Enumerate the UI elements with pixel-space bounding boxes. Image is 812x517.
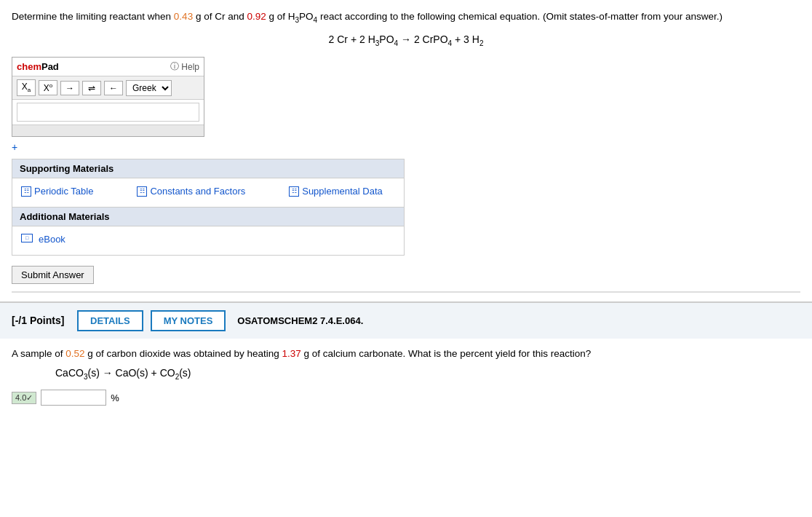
periodic-table-label: Periodic Table xyxy=(34,186,93,197)
chem-label: chem xyxy=(17,61,41,72)
constants-icon: ☷ xyxy=(137,186,147,197)
additional-materials-header: Additional Materials xyxy=(12,207,404,226)
h3po4-formula: g of H3PO4 xyxy=(269,11,318,22)
chemical-equation2: CaCO3(s) → CaO(s) + CO2(s) xyxy=(55,367,800,381)
percent-label: % xyxy=(111,392,119,403)
ebook-link[interactable]: □ eBook xyxy=(21,234,395,245)
q2-middle: g of carbon dioxide was obtained by heat… xyxy=(87,348,282,359)
details-bar: [-/1 Points] DETAILS MY NOTES OSATOMSCHE… xyxy=(0,301,812,339)
supplemental-data-link[interactable]: ☷ Supplemental Data xyxy=(289,186,383,197)
subscript-btn[interactable]: Xa xyxy=(17,79,36,95)
co2-amount: 0.52 xyxy=(65,348,84,359)
chempad-help[interactable]: ⓘ Help xyxy=(170,60,199,73)
cr-amount: 0.43 xyxy=(174,11,193,22)
chempad-title: chemPad xyxy=(17,61,59,72)
chempad-input[interactable] xyxy=(17,103,199,122)
question2-text: A sample of 0.52 g of carbon dioxide was… xyxy=(12,346,800,362)
question2-area: A sample of 0.52 g of carbon dioxide was… xyxy=(0,339,812,413)
answer-row: 4.0✓ % xyxy=(12,390,800,406)
ebook-label: eBook xyxy=(39,234,65,245)
chempad-widget: chemPad ⓘ Help Xa Xo → ⇌ ← Greek xyxy=(12,57,204,136)
score-badge: 4.0✓ xyxy=(12,392,36,404)
h3po4-amount: 0.92 xyxy=(247,11,266,22)
greek-dropdown[interactable]: Greek xyxy=(126,80,172,96)
submit-button[interactable]: Submit Answer xyxy=(12,266,94,284)
back-btn[interactable]: ← xyxy=(104,81,123,95)
constants-factors-link[interactable]: ☷ Constants and Factors xyxy=(137,186,245,197)
points-label: [-/1 Points] xyxy=(12,315,70,326)
plus-icon: + xyxy=(12,141,800,153)
q2-before: A sample of xyxy=(12,348,65,359)
supporting-materials-header: Supporting Materials xyxy=(12,159,404,178)
cr-unit: g of Cr and xyxy=(196,11,247,22)
supporting-materials: Supporting Materials ☷ Periodic Table ☷ … xyxy=(12,159,405,256)
supplemental-icon: ☷ xyxy=(289,186,299,197)
chempad-bottom-bar xyxy=(12,125,204,136)
periodic-table-link[interactable]: ☷ Periodic Table xyxy=(21,186,93,197)
superscript-btn[interactable]: Xo xyxy=(39,80,57,95)
notes-tab[interactable]: MY NOTES xyxy=(151,310,226,331)
problem-id: OSATOMSCHEM2 7.4.E.064. xyxy=(237,315,363,326)
periodic-table-icon: ☷ xyxy=(21,186,31,197)
react-text: react according to the following chemica… xyxy=(320,11,723,22)
equilibrium-btn[interactable]: ⇌ xyxy=(82,81,101,95)
submit-area: Submit Answer xyxy=(12,266,800,293)
details-tab[interactable]: DETAILS xyxy=(77,310,143,331)
percent-yield-input[interactable] xyxy=(41,390,106,406)
q2-end: g of calcium carbonate. What is the perc… xyxy=(304,348,592,359)
supplemental-label: Supplemental Data xyxy=(302,186,383,197)
constants-label: Constants and Factors xyxy=(150,186,245,197)
ebook-icon: □ xyxy=(21,234,33,242)
chemical-equation1: 2 Cr + 2 H3PO4 → 2 CrPO4 + 3 H2 xyxy=(12,33,800,47)
caco3-amount: 1.37 xyxy=(282,348,301,359)
question1-text: Determine the limiting reactant when 0.4… xyxy=(12,9,800,26)
arrow-btn[interactable]: → xyxy=(60,81,79,95)
